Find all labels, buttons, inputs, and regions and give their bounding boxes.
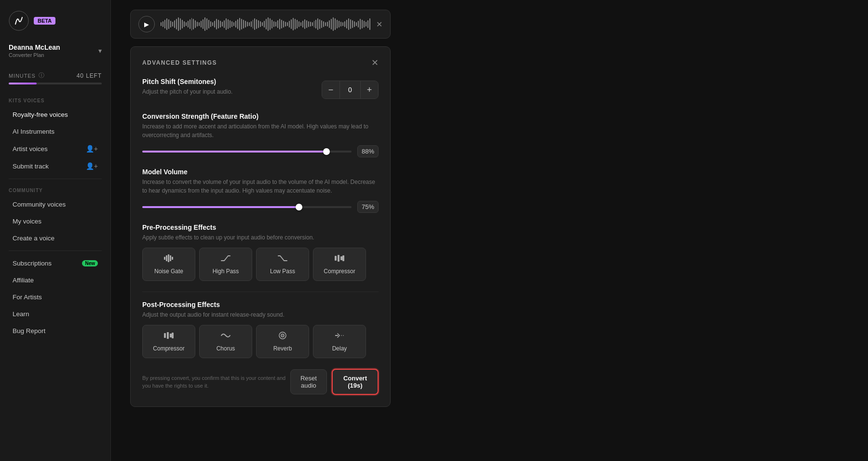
info-icon: ⓘ [39, 71, 45, 80]
pitch-increase-button[interactable]: + [361, 81, 378, 98]
waveform-bar [297, 20, 298, 28]
waveform-bar [254, 18, 255, 30]
compressor-post-button[interactable]: Compressor [142, 325, 195, 358]
waveform-bar [210, 21, 211, 27]
waveform-bar [346, 20, 347, 28]
my-voices-label: My voices [13, 218, 41, 225]
conversion-strength-section: Conversion Strength (Feature Ratio) Incr… [142, 112, 379, 157]
chevron-down-icon: ▾ [98, 47, 102, 55]
effects-divider [142, 292, 379, 292]
reset-audio-button[interactable]: Reset audio [290, 369, 327, 394]
pitch-stepper: − 0 + [322, 81, 379, 99]
community-voices-label: Community voices [13, 201, 66, 208]
waveform-bar [321, 20, 322, 28]
chorus-button[interactable]: Chorus [199, 325, 252, 358]
waveform-bar [197, 22, 198, 27]
play-button[interactable]: ▶ [138, 16, 155, 32]
sidebar-item-subscriptions[interactable]: Subscriptions New [4, 255, 107, 271]
waveform-bar [178, 17, 179, 31]
waveform-bar [327, 22, 328, 27]
panel-close-button[interactable]: ✕ [371, 58, 379, 67]
waveform-bar [260, 21, 261, 27]
waveform-bar [360, 19, 361, 29]
svg-rect-7 [338, 255, 339, 262]
bug-report-label: Bug Report [13, 327, 45, 335]
high-pass-button[interactable]: High Pass [199, 248, 252, 281]
compressor-pre-button[interactable]: Compressor [313, 248, 366, 281]
model-volume-value: 75% [357, 201, 379, 213]
model-volume-track[interactable] [142, 206, 352, 208]
waveform-bar [364, 21, 365, 28]
waveform-bar [342, 22, 343, 26]
waveform-bar [206, 18, 207, 30]
post-processing-desc: Adjust the output audio for instant rele… [142, 310, 379, 319]
pitch-shift-title: Pitch Shift (Semitones) [142, 78, 232, 85]
waveform-bar [366, 22, 366, 27]
sidebar-item-my-voices[interactable]: My voices [4, 213, 107, 229]
sidebar-item-for-artists[interactable]: For Artists [4, 289, 107, 305]
conversion-strength-title: Conversion Strength (Feature Ratio) [142, 112, 379, 120]
svg-rect-13 [172, 333, 174, 338]
sidebar-item-ai-instruments[interactable]: AI Instruments [4, 124, 107, 140]
waveform-bar [230, 20, 231, 28]
artist-voices-label: Artist voices [13, 145, 48, 153]
waveform-bar [283, 21, 284, 28]
sidebar-item-royalty-free[interactable]: Royalty-free voices [4, 107, 107, 123]
delay-icon [334, 331, 345, 342]
sidebar-item-learn[interactable]: Learn [4, 306, 107, 322]
waveform-bar [271, 20, 272, 28]
waveform-bar [312, 22, 313, 26]
panel-title: ADVANCED SETTINGS [142, 59, 217, 66]
delay-button[interactable]: Delay [313, 325, 366, 358]
waveform-bar [356, 22, 357, 26]
ai-instruments-label: AI Instruments [13, 128, 54, 135]
minutes-left: 40 left [77, 72, 102, 79]
sidebar-item-create-voice[interactable]: Create a voice [4, 230, 107, 246]
waveform-bar [231, 21, 232, 27]
waveform-bar [302, 21, 303, 28]
conversion-strength-track[interactable] [142, 151, 352, 153]
minutes-progress-bar [9, 83, 102, 84]
main-content: ▶ ✕ ADVANCED SETTINGS ✕ Pitch Shift (Sem… [111, 0, 868, 461]
sidebar-item-affiliate[interactable]: Affiliate [4, 272, 107, 288]
waveform-bar [358, 21, 359, 28]
pre-processing-title: Pre-Processing Effects [142, 224, 379, 231]
close-player-button[interactable]: ✕ [376, 20, 382, 29]
sidebar-item-bug-report[interactable]: Bug Report [4, 323, 107, 339]
pitch-value: 0 [339, 81, 361, 98]
new-badge: New [82, 260, 98, 266]
waveform-bar [182, 20, 183, 28]
low-pass-button[interactable]: Low Pass [256, 248, 309, 281]
pitch-shift-desc: Adjust the pitch of your input audio. [142, 87, 232, 96]
svg-rect-12 [170, 334, 172, 337]
kits-voices-label: KITS VOICES [0, 93, 110, 106]
add-user-icon: 👤+ [86, 145, 98, 153]
compressor-pre-icon [334, 254, 345, 265]
sidebar-item-submit-track[interactable]: Submit track 👤+ [4, 158, 107, 174]
svg-rect-1 [164, 257, 165, 260]
waveform-bar [325, 22, 326, 26]
sidebar-item-community-voices[interactable]: Community voices [4, 196, 107, 212]
pitch-decrease-button[interactable]: − [322, 81, 339, 98]
waveform-bar [170, 21, 171, 28]
waveform-bar [270, 18, 271, 30]
waveform-bar [293, 18, 294, 30]
noise-gate-button[interactable]: Noise Gate [142, 248, 195, 281]
waveform-bar [168, 19, 169, 29]
chorus-label: Chorus [217, 345, 235, 352]
delay-label: Delay [332, 345, 347, 352]
svg-rect-4 [170, 255, 171, 261]
waveform-bar [161, 22, 162, 26]
community-label: COMMUNITY [0, 183, 110, 196]
sidebar-item-artist-voices[interactable]: Artist voices 👤+ [4, 140, 107, 157]
sidebar: BETA Deanna McLean Converter Plan ▾ MINU… [0, 0, 111, 461]
waveform-bar [208, 20, 209, 28]
subscriptions-label: Subscriptions [13, 260, 52, 267]
waveform-bar [199, 22, 200, 26]
noise-gate-icon [163, 254, 174, 265]
user-menu[interactable]: Deanna McLean Converter Plan ▾ [0, 39, 110, 67]
waveform-bar [239, 18, 240, 30]
waveform-bar [237, 19, 238, 29]
reverb-button[interactable]: Reverb [256, 325, 309, 358]
convert-button[interactable]: Convert (19s) [332, 369, 379, 395]
